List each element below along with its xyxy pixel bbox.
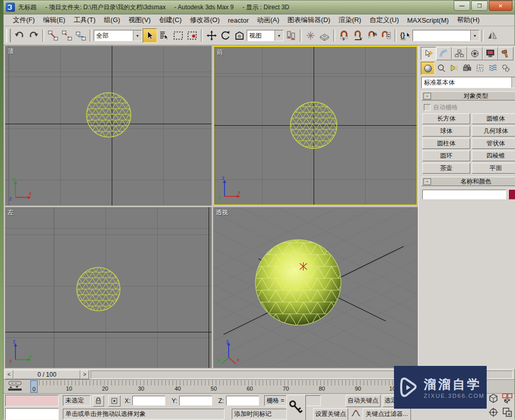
tab-motion[interactable] xyxy=(467,47,483,60)
teapot-button[interactable]: 茶壶 xyxy=(422,163,470,174)
use-pivot-center-button[interactable] xyxy=(284,29,298,42)
category-systems[interactable] xyxy=(499,62,512,74)
menu-help[interactable]: 帮助(H) xyxy=(453,15,484,25)
title-bar[interactable]: 无标题 - 项目文件夹: D:\用户目录\我的文档\3dsmax - Autod… xyxy=(4,1,514,14)
dropdown-arrow-icon[interactable]: ▼ xyxy=(274,30,283,41)
reference-coordinate-dropdown[interactable]: 视图▼ xyxy=(247,30,284,41)
spinner-snap-button[interactable] xyxy=(379,29,392,42)
mini-curve-editor-button[interactable] xyxy=(7,381,27,393)
rollout-collapse-button[interactable]: - xyxy=(423,93,431,99)
tab-modify[interactable] xyxy=(436,47,452,60)
dropdown-arrow-icon[interactable]: ▼ xyxy=(470,30,479,41)
perspective-scene[interactable] xyxy=(213,207,418,368)
minimize-button[interactable]: — xyxy=(454,1,470,11)
tab-display[interactable] xyxy=(483,47,498,60)
dropdown-arrow-icon[interactable]: ▼ xyxy=(511,77,515,88)
menu-create[interactable]: 创建(C) xyxy=(155,15,186,25)
arc-rotate-button[interactable] xyxy=(486,405,500,419)
snap-toggle-3d-button[interactable]: 3 xyxy=(337,29,351,42)
category-geometry[interactable] xyxy=(421,62,435,75)
mirror-button[interactable] xyxy=(486,29,499,42)
previous-frame-button[interactable]: < xyxy=(5,370,13,379)
percent-snap-button[interactable]: % xyxy=(365,29,379,42)
torus-button[interactable]: 圆环 xyxy=(422,150,470,161)
viewport-perspective-label[interactable]: 透视 xyxy=(216,208,228,217)
geosphere-wireframe[interactable] xyxy=(289,101,338,149)
tab-hierarchy[interactable] xyxy=(452,47,467,60)
geosphere-wireframe[interactable] xyxy=(85,92,132,138)
angle-snap-button[interactable] xyxy=(351,29,365,42)
named-selection-sets-dropdown[interactable]: ▼ xyxy=(413,30,479,41)
geosphere-wireframe[interactable] xyxy=(76,266,121,312)
viewport-top-label[interactable]: 顶 xyxy=(8,47,14,56)
x-coordinate-field[interactable] xyxy=(132,396,165,406)
next-frame-button[interactable]: > xyxy=(80,370,89,379)
object-color-swatch[interactable] xyxy=(508,189,515,199)
select-and-scale-button[interactable] xyxy=(233,29,246,42)
plane-button[interactable]: 平面 xyxy=(472,163,515,174)
select-and-link-button[interactable] xyxy=(46,29,60,42)
close-button[interactable]: ✕ xyxy=(489,1,512,11)
selection-filter-dropdown[interactable]: 全部▼ xyxy=(94,30,142,41)
viewport-perspective[interactable]: 透视 xyxy=(213,207,418,368)
menu-graph-editors[interactable]: 图表编辑器(D) xyxy=(283,15,334,25)
tube-button[interactable]: 管状体 xyxy=(472,138,515,149)
y-coordinate-field[interactable] xyxy=(179,396,212,406)
tab-create[interactable] xyxy=(421,47,436,60)
rectangular-selection-region-button[interactable] xyxy=(171,29,185,42)
bind-to-spacewarp-button[interactable] xyxy=(74,29,88,42)
window-crossing-toggle-button[interactable] xyxy=(185,29,199,42)
cone-button[interactable]: 圆锥体 xyxy=(472,113,515,124)
set-keys-button[interactable] xyxy=(286,395,306,420)
category-helpers[interactable] xyxy=(473,62,486,74)
menu-reactor[interactable]: reactor xyxy=(224,16,253,24)
menu-customize[interactable]: 自定义(U) xyxy=(365,15,403,25)
keyboard-shortcut-override-button[interactable] xyxy=(318,29,331,42)
maximize-viewport-toggle-button[interactable] xyxy=(500,405,514,419)
rollout-object-type[interactable]: - 对象类型 xyxy=(421,91,515,100)
zoom-extents-button[interactable] xyxy=(486,391,500,405)
maxscript-mini-listener-pink[interactable] xyxy=(5,395,59,407)
absolute-offset-mode-toggle[interactable] xyxy=(108,395,121,407)
menu-views[interactable]: 视图(V) xyxy=(124,15,154,25)
menu-animation[interactable]: 动画(A) xyxy=(253,15,283,25)
menu-tools[interactable]: 工具(T) xyxy=(70,15,100,25)
selection-lock-toggle[interactable] xyxy=(93,395,104,407)
zoom-extents-all-button[interactable] xyxy=(500,391,514,405)
pyramid-button[interactable]: 四棱锥 xyxy=(472,150,515,161)
sphere-button[interactable]: 球体 xyxy=(422,126,470,137)
undo-button[interactable] xyxy=(13,29,26,42)
object-name-field[interactable] xyxy=(422,190,506,199)
cylinder-button[interactable]: 圆柱体 xyxy=(422,138,470,149)
redo-button[interactable] xyxy=(27,29,40,42)
category-shapes[interactable] xyxy=(435,62,448,74)
category-spacewarps[interactable] xyxy=(486,62,499,74)
menu-group[interactable]: 组(G) xyxy=(100,15,125,25)
select-and-rotate-button[interactable] xyxy=(219,29,232,42)
select-and-move-button[interactable] xyxy=(205,29,218,42)
select-object-button[interactable] xyxy=(143,28,157,43)
menu-file[interactable]: 文件(F) xyxy=(9,15,39,25)
box-button[interactable]: 长方体 xyxy=(422,113,470,124)
maximize-button[interactable]: ❐ xyxy=(471,1,488,11)
viewport-left[interactable]: 左 z x y xyxy=(5,207,212,368)
category-cameras[interactable] xyxy=(460,62,473,74)
rollout-name-color[interactable]: - 名称和颜色 xyxy=(421,177,515,186)
toolbar-grip[interactable] xyxy=(6,29,11,42)
auto-key-button[interactable]: 自动关键点 xyxy=(346,395,381,407)
category-lights[interactable] xyxy=(448,62,460,74)
track-bar-frame-marker[interactable]: 0 xyxy=(30,380,38,393)
rollout-collapse-button[interactable]: - xyxy=(423,178,431,185)
primitive-type-dropdown[interactable]: 标准基本体▼ xyxy=(421,77,515,88)
viewport-front-label[interactable]: 前 xyxy=(217,48,223,57)
menu-modifiers[interactable]: 修改器(O) xyxy=(186,15,224,25)
viewport-front[interactable]: 前 z y x xyxy=(213,46,418,206)
unlink-button[interactable] xyxy=(60,29,74,42)
dropdown-arrow-icon[interactable]: ▼ xyxy=(133,30,142,41)
geosphere-button[interactable]: 几何球体 xyxy=(472,126,515,137)
edit-named-selection-sets-button[interactable]: {}ABC xyxy=(399,29,412,42)
menu-edit[interactable]: 编辑(E) xyxy=(39,15,70,25)
select-by-name-button[interactable] xyxy=(158,29,171,42)
menu-maxscript[interactable]: MAXScript(M) xyxy=(403,16,453,24)
viewport-top[interactable]: 顶 y z x xyxy=(5,46,212,206)
